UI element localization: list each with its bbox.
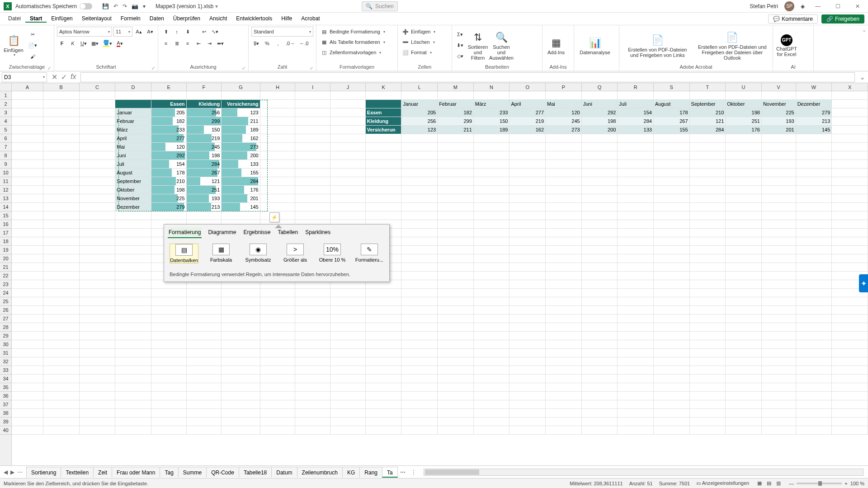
sheet-nav-more-icon[interactable]: ⋯	[17, 469, 23, 475]
share-button[interactable]: 🔗 Freigeben	[821, 14, 864, 23]
expand-formula-bar-icon[interactable]: ⌄	[857, 73, 868, 81]
border-button[interactable]: ▦▾	[90, 38, 100, 48]
view-page-break-icon[interactable]: ▥	[774, 480, 783, 486]
font-size-combo[interactable]: 11▾	[113, 27, 132, 37]
align-middle-icon[interactable]: ↕	[172, 27, 182, 37]
sheet-tab-5[interactable]: Summe	[178, 467, 207, 478]
inc-decimal-icon[interactable]: .0→	[284, 38, 297, 48]
ribbon-tab-seitenlayout[interactable]: Seitenlayout	[77, 15, 116, 22]
minimize-button[interactable]: —	[811, 3, 825, 9]
ribbon-tab-einfügen[interactable]: Einfügen	[47, 15, 77, 22]
sheet-nav-prev-icon[interactable]: ▶	[10, 469, 14, 475]
accept-formula-icon[interactable]: ✓	[61, 73, 67, 81]
cell-styles-button[interactable]: ◫Zellenformatvorlagen▾	[319, 47, 395, 57]
formula-bar[interactable]	[80, 72, 855, 82]
align-center-icon[interactable]: ≣	[172, 38, 182, 48]
sheet-nav-first-icon[interactable]: ◀	[4, 469, 8, 475]
sheet-tab-2[interactable]: Zeit	[93, 467, 112, 478]
fx-icon[interactable]: fx	[71, 73, 76, 81]
display-settings-button[interactable]: ▭ Anzeigeeinstellungen	[696, 480, 749, 486]
ribbon-tab-start[interactable]: Start	[25, 15, 47, 23]
addins-button[interactable]: ▦Add-Ins	[545, 30, 567, 61]
undo-icon[interactable]: ↶	[113, 3, 118, 9]
find-select-button[interactable]: 🔍Suchen und Auswählen	[491, 30, 512, 61]
new-sheet-button[interactable]: ⋯	[397, 469, 408, 475]
orientation-icon[interactable]: ⤡▾	[210, 27, 220, 37]
fill-icon[interactable]: ⬇▾	[455, 41, 465, 51]
sheet-tab-4[interactable]: Tag	[160, 467, 178, 478]
side-panel-handle[interactable]: ✦	[859, 274, 868, 292]
clear-icon[interactable]: ◇▾	[455, 52, 465, 61]
delete-cells-button[interactable]: ➖Löschen▾	[401, 37, 449, 47]
column-headers[interactable]: ABCDEFGHIJKLMNOPQRSTUVWX	[12, 83, 868, 91]
sheet-tab-0[interactable]: Sortierung	[26, 467, 61, 478]
user-name[interactable]: Stefan Petri	[750, 3, 778, 9]
number-format-combo[interactable]: Standard▾	[251, 27, 313, 37]
qa-tab-0[interactable]: Formatierung	[168, 227, 202, 238]
diamond-icon[interactable]: ◈	[801, 3, 805, 9]
data-analysis-button[interactable]: 📊Datenanalyse	[577, 30, 613, 61]
comments-button[interactable]: 💬 Kommentare	[768, 14, 818, 23]
sheet-tab-10[interactable]: KG	[342, 467, 360, 478]
cut-icon[interactable]: ✂	[26, 30, 39, 40]
sheet-tab-8[interactable]: Datum	[271, 467, 297, 478]
qa-option-0[interactable]: ▤Datenbalken	[170, 244, 198, 263]
qa-option-3[interactable]: >Größer als	[281, 244, 310, 263]
qa-tab-3[interactable]: Tabellen	[277, 227, 299, 238]
dec-decimal-icon[interactable]: ←.0	[297, 38, 310, 48]
font-color-button[interactable]: A▾	[115, 38, 125, 48]
view-normal-icon[interactable]: ▦	[755, 480, 764, 486]
ribbon-tab-datei[interactable]: Datei	[4, 15, 25, 22]
ribbon-tab-daten[interactable]: Daten	[145, 15, 169, 22]
name-box[interactable]: D3▾	[2, 72, 47, 82]
create-pdf-link-button[interactable]: 📄Erstellen von PDF-Dateien und Freigeben…	[622, 30, 693, 61]
close-button[interactable]: ✕	[851, 3, 864, 9]
qa-option-4[interactable]: 10%Obere 10 %	[318, 244, 347, 263]
redo-icon[interactable]: ↷	[123, 3, 127, 9]
sheet-tab-11[interactable]: Rang	[359, 467, 382, 478]
conditional-formatting-button[interactable]: ▤Bedingte Formatierung▾	[319, 27, 395, 37]
paste-button[interactable]: 📋Einfügen▾	[3, 30, 24, 61]
qa-option-5[interactable]: ✎Formatieru...	[355, 244, 384, 263]
select-all-corner[interactable]	[0, 83, 12, 91]
percent-icon[interactable]: %	[262, 38, 272, 48]
italic-button[interactable]: K	[68, 38, 78, 48]
sheet-tab-1[interactable]: Textteilen	[61, 467, 94, 478]
ribbon-tab-hilfe[interactable]: Hilfe	[277, 15, 297, 22]
chatgpt-button[interactable]: GPTChatGPT for Excel	[776, 30, 797, 61]
copy-icon[interactable]: 📄▾	[26, 41, 39, 51]
avatar[interactable]: SP	[784, 1, 794, 11]
grow-font-icon[interactable]: A▴	[134, 27, 144, 37]
font-name-combo[interactable]: Aptos Narrow▾	[57, 27, 112, 37]
collapse-ribbon-icon[interactable]: ⌄	[860, 25, 868, 71]
qat-more-icon[interactable]: ▾	[143, 3, 146, 9]
fill-color-button[interactable]: 🪣▾	[101, 38, 114, 48]
wrap-text-icon[interactable]: ↩	[199, 27, 209, 37]
horizontal-scrollbar[interactable]	[424, 469, 863, 476]
align-left-icon[interactable]: ≡	[161, 38, 171, 48]
sheet-tab-3[interactable]: Frau oder Mann	[112, 467, 160, 478]
search-input[interactable]: 🔍 Suchen	[362, 1, 398, 11]
create-pdf-outlook-button[interactable]: 📄Erstellen von PDF-Dateien und Freigeben…	[695, 30, 770, 61]
format-as-table-button[interactable]: ▦Als Tabelle formatieren▾	[319, 37, 395, 47]
sheet-tab-6[interactable]: QR-Code	[206, 467, 239, 478]
ribbon-tab-ansicht[interactable]: Ansicht	[205, 15, 231, 22]
merge-button[interactable]: ⬌▾	[215, 38, 226, 48]
comma-icon[interactable]: ,	[273, 38, 283, 48]
qa-tab-4[interactable]: Sparklines	[304, 227, 331, 238]
ribbon-tab-überprüfen[interactable]: Überprüfen	[169, 15, 205, 22]
zoom-slider[interactable]: —+ 100 %	[789, 481, 864, 486]
align-top-icon[interactable]: ⬆	[161, 27, 171, 37]
autosave-toggle[interactable]: Automatisches Speichern	[15, 3, 92, 9]
sheet-tab-12[interactable]: Ta	[382, 467, 398, 478]
align-bottom-icon[interactable]: ⬇	[183, 27, 193, 37]
qa-tab-1[interactable]: Diagramme	[207, 227, 237, 238]
insert-cells-button[interactable]: ➕Einfügen▾	[401, 27, 449, 37]
underline-button[interactable]: U▾	[79, 38, 89, 48]
bold-button[interactable]: F	[57, 38, 67, 48]
view-page-layout-icon[interactable]: ▤	[765, 480, 773, 486]
sort-filter-button[interactable]: ⇅Sortieren und Filtern	[467, 30, 489, 61]
ribbon-tab-acrobat[interactable]: Acrobat	[297, 15, 324, 22]
qa-option-2[interactable]: ◉Symbolsatz	[244, 244, 273, 263]
format-painter-icon[interactable]: 🖌	[26, 52, 39, 61]
